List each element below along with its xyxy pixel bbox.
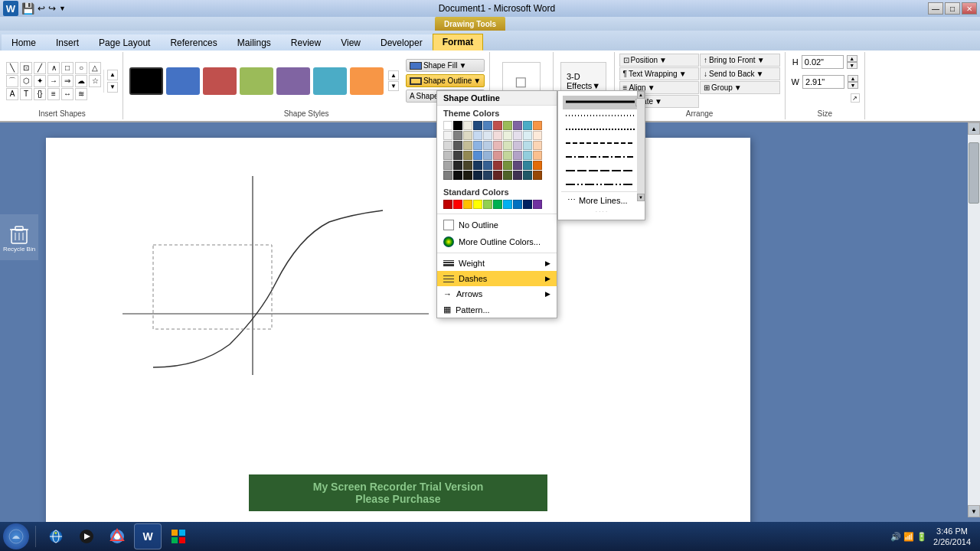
- swatch-black[interactable]: [129, 67, 163, 95]
- bring-to-front-button[interactable]: ↑ Bring to Front▼: [700, 54, 780, 67]
- theme-color-36[interactable]: [503, 151, 512, 160]
- theme-color-34[interactable]: [483, 151, 492, 160]
- theme-color-21[interactable]: [453, 141, 462, 150]
- theme-color-58[interactable]: [523, 171, 532, 180]
- tab-home[interactable]: Home: [2, 34, 46, 51]
- theme-color-43[interactable]: [473, 161, 482, 170]
- shape-icon-4[interactable]: ∧: [47, 62, 60, 74]
- theme-color-54[interactable]: [483, 171, 492, 180]
- standard-color-8[interactable]: [523, 200, 532, 209]
- swatch-green[interactable]: [240, 67, 273, 95]
- standard-color-7[interactable]: [513, 200, 522, 209]
- theme-color-46[interactable]: [503, 161, 512, 170]
- standard-color-0[interactable]: [443, 200, 452, 209]
- tab-review[interactable]: Review: [281, 34, 331, 51]
- shape-icon-2[interactable]: ⊡: [20, 62, 32, 74]
- dash-option-long-dash[interactable]: [563, 151, 640, 165]
- theme-color-30[interactable]: [443, 151, 452, 160]
- arrows-item[interactable]: → Arrows ▶: [437, 286, 557, 302]
- standard-color-9[interactable]: [533, 200, 542, 209]
- standard-color-1[interactable]: [453, 200, 462, 209]
- collapse-shapes-btn[interactable]: ▼: [107, 82, 118, 93]
- theme-color-37[interactable]: [513, 151, 522, 160]
- standard-color-4[interactable]: [483, 200, 492, 209]
- theme-color-15[interactable]: [493, 131, 502, 140]
- shape-icon-6[interactable]: ○: [75, 62, 87, 74]
- theme-color-5[interactable]: [493, 121, 502, 130]
- theme-color-3[interactable]: [473, 121, 482, 130]
- shape-icon-17[interactable]: {}: [34, 88, 46, 100]
- tab-insert[interactable]: Insert: [46, 34, 89, 51]
- dash-option-long-dash-dot[interactable]: [563, 178, 640, 190]
- text-wrapping-button[interactable]: ¶ Text Wrapping▼: [619, 67, 700, 80]
- scroll-up-btn[interactable]: ▲: [968, 122, 980, 135]
- tab-references[interactable]: References: [160, 34, 227, 51]
- dash-option-dash[interactable]: [563, 137, 640, 151]
- standard-color-5[interactable]: [493, 200, 502, 209]
- shape-icon-14[interactable]: ☆: [89, 75, 101, 87]
- theme-color-29[interactable]: [533, 141, 542, 150]
- shape-icon-12[interactable]: ⇒: [61, 75, 74, 87]
- tab-mailings[interactable]: Mailings: [227, 34, 281, 51]
- shape-outline-button[interactable]: Shape Outline▼: [406, 74, 485, 87]
- maximize-button[interactable]: □: [945, 2, 960, 15]
- tab-view[interactable]: View: [331, 34, 371, 51]
- theme-color-14[interactable]: [483, 131, 492, 140]
- word-taskbar-button[interactable]: W: [134, 523, 162, 549]
- theme-color-28[interactable]: [523, 141, 532, 150]
- shape-icon-9[interactable]: ⬡: [20, 75, 32, 87]
- tab-developer[interactable]: Developer: [371, 34, 433, 51]
- swatch-purple[interactable]: [276, 67, 310, 95]
- theme-color-31[interactable]: [453, 151, 462, 160]
- theme-color-47[interactable]: [513, 161, 522, 170]
- standard-color-3[interactable]: [473, 200, 482, 209]
- swatch-red[interactable]: [203, 67, 237, 95]
- size-expand-btn[interactable]: ↗: [851, 93, 860, 103]
- word-icon[interactable]: W: [3, 1, 18, 16]
- theme-color-6[interactable]: [503, 121, 512, 130]
- theme-color-56[interactable]: [503, 171, 512, 180]
- theme-color-50[interactable]: [443, 171, 452, 180]
- minimize-button[interactable]: —: [928, 2, 943, 15]
- theme-color-16[interactable]: [503, 131, 512, 140]
- height-up-btn[interactable]: ▲: [847, 55, 858, 62]
- theme-color-20[interactable]: [443, 141, 452, 150]
- dash-option-dash-dot[interactable]: [563, 123, 640, 137]
- shape-icon-8[interactable]: ⌒: [6, 75, 18, 87]
- theme-color-55[interactable]: [493, 171, 502, 180]
- theme-color-13[interactable]: [473, 131, 482, 140]
- shape-icon-19[interactable]: ↔: [61, 88, 74, 100]
- position-button[interactable]: ⊡ Position▼: [619, 54, 700, 67]
- shape-icon-15[interactable]: A: [6, 88, 18, 100]
- weight-item[interactable]: Weight ▶: [437, 256, 557, 271]
- theme-color-49[interactable]: [533, 161, 542, 170]
- theme-color-19[interactable]: [533, 131, 542, 140]
- dash-option-solid[interactable]: ▲: [563, 96, 640, 109]
- quick-access-undo[interactable]: ↩: [38, 3, 45, 14]
- theme-color-22[interactable]: [463, 141, 472, 150]
- quick-access-redo[interactable]: ↪: [48, 3, 56, 14]
- theme-color-27[interactable]: [513, 141, 522, 150]
- theme-color-25[interactable]: [493, 141, 502, 150]
- shape-icon-3[interactable]: ╱: [34, 62, 46, 74]
- theme-color-26[interactable]: [503, 141, 512, 150]
- dash-option-dot[interactable]: [563, 109, 640, 123]
- shape-fill-button[interactable]: Shape Fill▼: [406, 59, 485, 72]
- theme-color-40[interactable]: [443, 161, 452, 170]
- shape-icon-7[interactable]: △: [89, 62, 101, 74]
- scroll-thumb[interactable]: [969, 142, 979, 204]
- tab-page-layout[interactable]: Page Layout: [89, 34, 160, 51]
- theme-color-11[interactable]: [453, 131, 462, 140]
- width-input[interactable]: [802, 75, 844, 89]
- start-button[interactable]: [3, 523, 29, 549]
- theme-color-42[interactable]: [463, 161, 472, 170]
- pattern-item[interactable]: ▦ Pattern...: [437, 302, 557, 318]
- theme-color-18[interactable]: [523, 131, 532, 140]
- theme-color-0[interactable]: [443, 121, 452, 130]
- media-button[interactable]: [73, 523, 100, 549]
- shape-icon-20[interactable]: ≋: [75, 88, 87, 100]
- theme-color-10[interactable]: [443, 131, 452, 140]
- quick-access-dropdown[interactable]: ▼: [59, 5, 66, 12]
- theme-color-44[interactable]: [483, 161, 492, 170]
- theme-color-48[interactable]: [523, 161, 532, 170]
